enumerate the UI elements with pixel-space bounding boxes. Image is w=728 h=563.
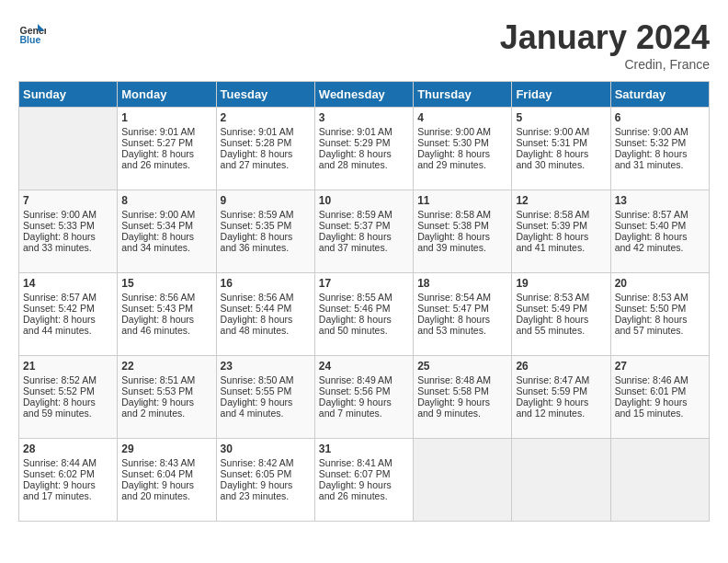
day-number: 15 [121, 277, 211, 290]
month-title: January 2024 [500, 18, 710, 57]
cell-info: and 34 minutes. [121, 242, 211, 253]
cell-info: and 12 minutes. [516, 408, 606, 419]
cell-info: Daylight: 9 hours [319, 396, 409, 408]
calendar-cell: 10Sunrise: 8:59 AMSunset: 5:37 PMDayligh… [314, 190, 413, 273]
calendar-cell: 7Sunrise: 9:00 AMSunset: 5:33 PMDaylight… [19, 190, 118, 273]
cell-info: Sunset: 5:47 PM [417, 303, 507, 314]
day-number: 12 [516, 194, 606, 207]
cell-info: Sunset: 5:27 PM [121, 137, 211, 148]
day-number: 14 [23, 277, 113, 290]
cell-info: Sunset: 5:56 PM [319, 385, 409, 396]
cell-info: Sunrise: 9:01 AM [221, 126, 311, 137]
cell-info: Sunset: 5:33 PM [23, 220, 113, 231]
cell-info: and 26 minutes. [319, 490, 409, 501]
calendar-cell: 28Sunrise: 8:44 AMSunset: 6:02 PMDayligh… [19, 439, 118, 522]
cell-info: and 17 minutes. [23, 490, 113, 501]
cell-info: Daylight: 9 hours [221, 479, 311, 490]
day-number: 27 [615, 360, 705, 373]
cell-info: Daylight: 9 hours [121, 396, 211, 408]
cell-info: Daylight: 9 hours [615, 396, 705, 408]
calendar-body: 1Sunrise: 9:01 AMSunset: 5:27 PMDaylight… [19, 108, 710, 522]
day-number: 19 [516, 277, 606, 290]
cell-info: Daylight: 8 hours [121, 314, 211, 325]
logo-icon: General Blue [18, 18, 46, 46]
cell-info: Daylight: 8 hours [516, 148, 606, 159]
cell-info: Sunrise: 8:51 AM [121, 374, 211, 385]
cell-info: Sunset: 6:05 PM [221, 468, 311, 479]
cell-info: Sunrise: 8:56 AM [221, 292, 311, 303]
day-number: 29 [121, 442, 211, 455]
cell-info: Sunrise: 8:58 AM [516, 209, 606, 220]
day-number: 7 [23, 194, 113, 207]
day-number: 3 [319, 111, 409, 124]
weekday-header-monday: Monday [118, 82, 216, 108]
day-number: 2 [221, 111, 311, 124]
calendar-cell: 9Sunrise: 8:59 AMSunset: 5:35 PMDaylight… [216, 190, 314, 273]
cell-info: Daylight: 9 hours [121, 479, 211, 490]
cell-info: Sunrise: 9:01 AM [319, 126, 409, 137]
calendar-cell: 6Sunrise: 9:00 AMSunset: 5:32 PMDaylight… [610, 108, 709, 190]
cell-info: Daylight: 9 hours [417, 396, 507, 408]
cell-info: and 27 minutes. [221, 159, 311, 170]
cell-info: Daylight: 8 hours [319, 231, 409, 242]
calendar-week-4: 21Sunrise: 8:52 AMSunset: 5:52 PMDayligh… [19, 356, 710, 439]
cell-info: and 30 minutes. [516, 159, 606, 170]
cell-info: Daylight: 8 hours [23, 231, 113, 242]
title-block: January 2024 Credin, France [500, 18, 710, 72]
cell-info: Daylight: 9 hours [221, 396, 311, 408]
day-number: 8 [121, 194, 211, 207]
cell-info: Daylight: 9 hours [319, 479, 409, 490]
calendar-cell: 16Sunrise: 8:56 AMSunset: 5:44 PMDayligh… [216, 273, 314, 356]
calendar-cell: 12Sunrise: 8:58 AMSunset: 5:39 PMDayligh… [512, 190, 610, 273]
calendar-cell: 11Sunrise: 8:58 AMSunset: 5:38 PMDayligh… [414, 190, 512, 273]
day-number: 16 [221, 277, 311, 290]
calendar-cell: 20Sunrise: 8:53 AMSunset: 5:50 PMDayligh… [610, 273, 709, 356]
calendar-cell: 23Sunrise: 8:50 AMSunset: 5:55 PMDayligh… [216, 356, 314, 439]
day-number: 26 [516, 360, 606, 373]
day-number: 23 [221, 360, 311, 373]
cell-info: and 4 minutes. [221, 408, 311, 419]
cell-info: Sunrise: 8:41 AM [319, 457, 409, 468]
cell-info: Daylight: 8 hours [417, 314, 507, 325]
cell-info: Sunrise: 8:43 AM [121, 457, 211, 468]
calendar-week-3: 14Sunrise: 8:57 AMSunset: 5:42 PMDayligh… [19, 273, 710, 356]
calendar-week-2: 7Sunrise: 9:00 AMSunset: 5:33 PMDaylight… [19, 190, 710, 273]
calendar-cell: 21Sunrise: 8:52 AMSunset: 5:52 PMDayligh… [19, 356, 118, 439]
calendar-week-1: 1Sunrise: 9:01 AMSunset: 5:27 PMDaylight… [19, 108, 710, 190]
cell-info: Sunset: 5:49 PM [516, 303, 606, 314]
cell-info: Daylight: 8 hours [23, 314, 113, 325]
calendar-cell: 22Sunrise: 8:51 AMSunset: 5:53 PMDayligh… [118, 356, 216, 439]
calendar-cell: 31Sunrise: 8:41 AMSunset: 6:07 PMDayligh… [314, 439, 413, 522]
cell-info: and 41 minutes. [516, 242, 606, 253]
cell-info: Sunset: 5:40 PM [615, 220, 705, 231]
weekday-header-sunday: Sunday [19, 82, 118, 108]
calendar-cell: 2Sunrise: 9:01 AMSunset: 5:28 PMDaylight… [216, 108, 314, 190]
cell-info: Sunrise: 9:00 AM [23, 209, 113, 220]
calendar-week-5: 28Sunrise: 8:44 AMSunset: 6:02 PMDayligh… [19, 439, 710, 522]
cell-info: Daylight: 8 hours [221, 314, 311, 325]
cell-info: Daylight: 8 hours [319, 148, 409, 159]
calendar-cell: 13Sunrise: 8:57 AMSunset: 5:40 PMDayligh… [610, 190, 709, 273]
calendar-cell: 26Sunrise: 8:47 AMSunset: 5:59 PMDayligh… [512, 356, 610, 439]
cell-info: Sunrise: 8:49 AM [319, 374, 409, 385]
cell-info: Daylight: 8 hours [319, 314, 409, 325]
cell-info: and 44 minutes. [23, 325, 113, 336]
cell-info: and 20 minutes. [121, 490, 211, 501]
calendar-cell: 18Sunrise: 8:54 AMSunset: 5:47 PMDayligh… [414, 273, 512, 356]
calendar-cell: 4Sunrise: 9:00 AMSunset: 5:30 PMDaylight… [414, 108, 512, 190]
cell-info: Sunset: 5:50 PM [615, 303, 705, 314]
cell-info: Sunset: 6:02 PM [23, 468, 113, 479]
cell-info: Sunrise: 8:55 AM [319, 292, 409, 303]
cell-info: Sunrise: 8:46 AM [615, 374, 705, 385]
weekday-header-row: SundayMondayTuesdayWednesdayThursdayFrid… [19, 82, 710, 108]
cell-info: Sunrise: 9:00 AM [417, 126, 507, 137]
calendar-cell [512, 439, 610, 522]
calendar-cell: 14Sunrise: 8:57 AMSunset: 5:42 PMDayligh… [19, 273, 118, 356]
cell-info: Sunset: 6:01 PM [615, 385, 705, 396]
day-number: 18 [417, 277, 507, 290]
cell-info: Sunset: 5:39 PM [516, 220, 606, 231]
cell-info: Sunset: 5:34 PM [121, 220, 211, 231]
cell-info: Sunset: 5:37 PM [319, 220, 409, 231]
cell-info: Sunset: 5:44 PM [221, 303, 311, 314]
calendar-cell: 19Sunrise: 8:53 AMSunset: 5:49 PMDayligh… [512, 273, 610, 356]
